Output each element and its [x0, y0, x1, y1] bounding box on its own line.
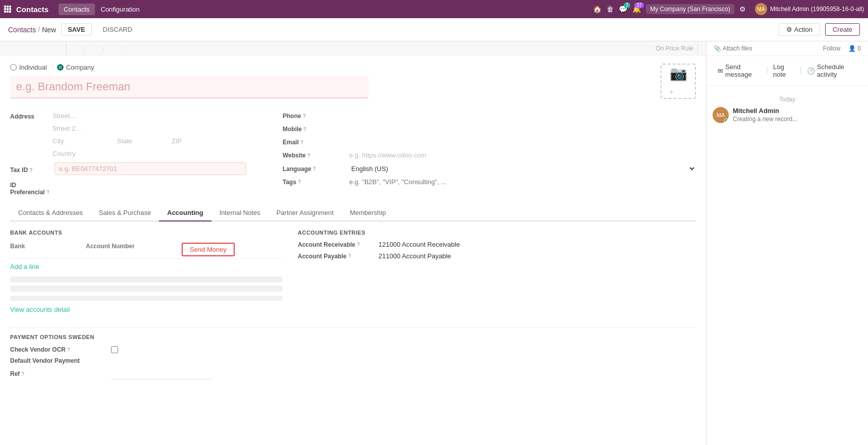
- email-input[interactable]: [347, 137, 696, 148]
- schedule-activity-button[interactable]: 🕐 Schedule activity: [802, 60, 862, 81]
- bank-col-bank: Bank: [10, 243, 81, 256]
- mobile-help[interactable]: ?: [303, 127, 306, 132]
- form-area: ⠀⠀⠀⠀⠀⠀⠀⠀⠀⠀⠀ On Price Rule Individual: [0, 41, 707, 445]
- chatter-msg-content: Mitchell Admin Creating a new record...: [733, 107, 862, 123]
- paperclip-icon: 📎: [714, 45, 721, 52]
- attach-files-button[interactable]: 📎 Attach files: [711, 43, 755, 53]
- tab-internal-notes[interactable]: Internal Notes: [211, 205, 268, 221]
- street2-input[interactable]: [50, 123, 262, 134]
- individual-radio-label[interactable]: Individual: [10, 64, 47, 71]
- breadcrumb-parent[interactable]: Contacts: [8, 26, 36, 34]
- chatter-body: Today MA Mitchell Admin Creating a new r…: [707, 86, 868, 445]
- send-money-button[interactable]: Send Money: [182, 243, 235, 256]
- ref-input[interactable]: [111, 368, 212, 379]
- user-icon: 👤: [848, 45, 856, 52]
- country-input[interactable]: [50, 148, 262, 159]
- actionbar: Contacts / New SAVE DISCARD ⚙ Action Cre…: [0, 18, 868, 41]
- followers-button[interactable]: 👤 0: [845, 43, 864, 53]
- company-radio[interactable]: [57, 64, 64, 71]
- photo-upload[interactable]: 📷+: [661, 64, 696, 99]
- notification-icon[interactable]: 🔔 37: [632, 5, 641, 13]
- chatter-avatar: MA: [713, 107, 729, 123]
- apps-grid-icon[interactable]: [4, 5, 12, 13]
- create-button[interactable]: Create: [825, 23, 860, 36]
- tax-id-help[interactable]: ?: [29, 168, 32, 173]
- user-menu[interactable]: MA Mitchell Admin (19905958-16-0-all): [755, 3, 864, 15]
- account-payable-label: Account Payable ?: [298, 253, 378, 260]
- account-payable-row: Account Payable ? 211000 Account Payable: [298, 252, 696, 260]
- company-radio-label[interactable]: Company: [57, 64, 94, 71]
- email-help[interactable]: ?: [300, 140, 303, 145]
- trash-icon[interactable]: 🗑: [607, 5, 614, 13]
- save-button[interactable]: SAVE: [61, 23, 91, 36]
- tab-sales-purchase[interactable]: Sales & Purchase: [91, 205, 159, 221]
- user-name-label: Mitchell Admin (19905958-16-0-all): [770, 6, 864, 13]
- form-fields-area: Individual Company: [10, 64, 650, 106]
- form-top-row: Individual Company 📷+: [10, 64, 696, 106]
- camera-icon: 📷+: [670, 65, 687, 98]
- tab-partner-assignment[interactable]: Partner Assignment: [268, 205, 342, 221]
- add-line-link[interactable]: Add a line: [10, 263, 283, 270]
- topbar: Contacts Contacts Configuration 🏠 🗑 💬 7 …: [0, 0, 868, 18]
- phone-help[interactable]: ?: [303, 114, 306, 119]
- website-label: Website ?: [283, 152, 343, 159]
- city-input[interactable]: [50, 136, 111, 147]
- log-note-button[interactable]: Log note: [768, 60, 800, 81]
- tags-help[interactable]: ?: [298, 179, 301, 185]
- city-state-zip: [50, 136, 262, 147]
- account-payable-help[interactable]: ?: [348, 253, 351, 259]
- tab-accounting[interactable]: Accounting: [159, 205, 211, 221]
- language-select[interactable]: English (US): [347, 163, 696, 175]
- ref-label: Ref ?: [10, 370, 111, 377]
- website-help[interactable]: ?: [307, 153, 310, 158]
- phone-input[interactable]: [347, 110, 696, 122]
- tags-input[interactable]: [347, 177, 696, 187]
- send-message-button[interactable]: ✉ Send message: [713, 60, 766, 81]
- address-inputs: [50, 110, 262, 159]
- tab-contacts-addresses[interactable]: Contacts & Addresses: [10, 205, 91, 221]
- follow-button[interactable]: Follow: [820, 43, 844, 53]
- tax-id-input[interactable]: [55, 162, 246, 175]
- address-field-row: Address: [10, 110, 262, 159]
- individual-radio[interactable]: [10, 64, 17, 71]
- state-input[interactable]: [115, 136, 166, 147]
- discard-button[interactable]: DISCARD: [97, 24, 139, 35]
- chat-icon[interactable]: 💬 7: [619, 5, 627, 13]
- gear-icon: ⚙: [786, 26, 792, 33]
- action-button[interactable]: ⚙ Action: [779, 23, 820, 36]
- nav-contacts[interactable]: Contacts: [59, 4, 94, 15]
- company-selector[interactable]: My Company (San Francisco): [646, 4, 734, 14]
- check-vendor-ocr-row: Check Vendor OCR ?: [10, 346, 696, 353]
- mobile-label: Mobile ?: [283, 126, 343, 133]
- id-pref-input[interactable]: [55, 182, 155, 193]
- check-vendor-ocr-checkbox[interactable]: [111, 346, 118, 353]
- home-icon[interactable]: 🏠: [593, 5, 602, 13]
- account-receivable-help[interactable]: ?: [357, 242, 360, 247]
- website-input[interactable]: [347, 150, 696, 161]
- left-fields: Address: [10, 110, 262, 200]
- nav-configuration[interactable]: Configuration: [96, 4, 145, 15]
- settings-icon[interactable]: ⚙: [739, 5, 746, 13]
- zip-input[interactable]: [170, 136, 210, 147]
- street-input[interactable]: [50, 110, 262, 122]
- check-vendor-ocr-help[interactable]: ?: [67, 347, 70, 353]
- phone-label: Phone ?: [283, 113, 343, 120]
- payment-options-section: PAYMENT OPTIONS SWEDEN Check Vendor OCR …: [10, 334, 696, 379]
- right-top-actions: 📎 Attach files Follow 👤 0: [707, 41, 868, 56]
- breadcrumb-current: New: [42, 26, 56, 34]
- language-help[interactable]: ?: [313, 166, 316, 172]
- check-vendor-ocr-label: Check Vendor OCR ?: [10, 346, 111, 353]
- mobile-input[interactable]: [347, 124, 696, 135]
- main-fields: Address: [10, 110, 696, 200]
- bank-table-header: Bank Account Number Send Money: [10, 241, 283, 259]
- account-receivable-row: Account Receivable ? 121000 Account Rece…: [298, 241, 696, 248]
- accounting-two-col: BANK ACCOUNTS Bank Account Number Send M…: [10, 230, 696, 301]
- tab-membership[interactable]: Membership: [342, 205, 394, 221]
- accounting-tab-content: BANK ACCOUNTS Bank Account Number Send M…: [10, 221, 696, 392]
- ref-help[interactable]: ?: [21, 371, 24, 377]
- id-pref-help[interactable]: ?: [46, 190, 49, 195]
- bank-accounts-section: BANK ACCOUNTS Bank Account Number Send M…: [10, 230, 283, 301]
- contact-name-input[interactable]: [10, 76, 368, 98]
- default-vendor-payment-row: Default Vendor Payment: [10, 357, 696, 364]
- view-accounts-link[interactable]: View accounts detail: [10, 306, 70, 313]
